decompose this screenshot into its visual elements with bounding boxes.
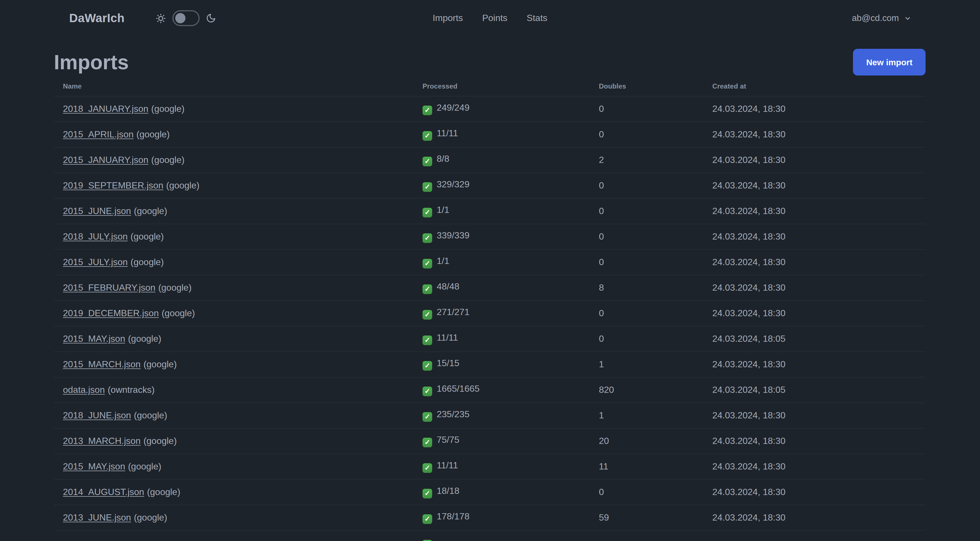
created-at-cell: 24.03.2024, 18:30 [703,352,926,377]
import-file-link[interactable]: 2015_APRIL.json [63,129,134,139]
check-icon: ✓ [423,361,432,371]
check-icon: ✓ [423,131,432,141]
import-file-link[interactable]: 2015_JUNE.json [63,206,131,216]
app-logo[interactable]: DaWarIch [69,11,124,25]
import-source: (google) [166,180,199,190]
check-icon: ✓ [423,157,432,166]
table-row: 2019_SEPTEMBER.json(google) ✓329/329 0 2… [54,173,926,198]
new-import-button[interactable]: New import [853,49,926,75]
import-file-link[interactable]: odata.json [63,385,105,394]
import-file-link[interactable]: 2014_AUGUST.json [63,487,144,497]
processed-count: 48/48 [437,282,460,292]
created-at-cell: 24.03.2024, 18:05 [703,326,926,352]
created-at-cell: 24.03.2024, 18:30 [703,505,926,530]
check-icon: ✓ [423,386,432,396]
doubles-cell: 0 [590,122,703,147]
name-cell: 2015_APRIL.json(google) [54,122,414,147]
import-file-link[interactable]: 2015_JULY.json [63,257,127,267]
processed-count: 15/15 [437,359,460,368]
table-row: 2015_MARCH.json(google) ✓15/15 1 24.03.2… [54,352,926,377]
name-cell: 2018_JUNE.json(google) [54,403,414,428]
created-at-cell: 24.03.2024, 18:30 [703,301,926,326]
table-row: 2014_AUGUST.json(google) ✓18/18 0 24.03.… [54,479,926,505]
doubles-cell: 0 [590,224,703,249]
doubles-cell: 0 [590,198,703,224]
import-file-link[interactable]: 2015_MARCH.json [63,359,141,369]
doubles-cell: 20 [590,428,703,454]
created-at-cell: 24.03.2024, 18:30 [703,147,926,173]
doubles-cell [590,530,703,541]
name-cell: 2015_JANUARY.json(google) [54,147,414,173]
processed-cell: ✓235/235 [414,403,590,428]
import-source: (google) [162,308,195,318]
processed-cell: ✓178/178 [414,505,590,530]
import-file-link[interactable]: 2015_FEBRUARY.json [63,283,155,292]
table-row: ✓ [54,530,926,541]
import-file-link[interactable]: 2013_JUNE.json [63,512,131,522]
name-cell: 2019_DECEMBER.json(google) [54,301,414,326]
name-cell: 2018_JULY.json(google) [54,224,414,249]
doubles-cell: 0 [590,96,703,122]
processed-cell: ✓18/18 [414,479,590,505]
created-at-cell [703,530,926,541]
nav-link-imports[interactable]: Imports [433,13,463,23]
table-row: 2018_JUNE.json(google) ✓235/235 1 24.03.… [54,403,926,428]
user-email: ab@cd.com [852,13,899,23]
import-file-link[interactable]: 2018_JUNE.json [63,410,131,420]
doubles-cell: 0 [590,301,703,326]
created-at-cell: 24.03.2024, 18:05 [703,377,926,403]
check-icon: ✓ [423,463,432,473]
table-row: 2015_JANUARY.json(google) ✓8/8 2 24.03.2… [54,147,926,173]
col-header-created-at: Created at [703,75,926,96]
check-icon: ✓ [423,105,432,115]
table-row: 2019_DECEMBER.json(google) ✓271/271 0 24… [54,301,926,326]
import-source: (google) [130,231,164,241]
processed-count: 329/329 [437,180,469,189]
nav-link-stats[interactable]: Stats [527,13,547,23]
processed-count: 75/75 [437,435,460,445]
processed-count: 11/11 [437,461,458,470]
table-row: 2015_FEBRUARY.json(google) ✓48/48 8 24.0… [54,275,926,301]
table-row: 2015_MAY.json(google) ✓11/11 0 24.03.202… [54,326,926,352]
processed-cell: ✓1665/1665 [414,377,590,403]
name-cell: 2015_JUNE.json(google) [54,198,414,224]
import-source: (google) [151,104,184,113]
table-row: odata.json(owntracks) ✓1665/1665 820 24.… [54,377,926,403]
import-source: (google) [137,129,170,139]
created-at-cell: 24.03.2024, 18:30 [703,249,926,275]
processed-count: 1/1 [437,256,449,266]
processed-count: 271/271 [437,307,469,317]
import-file-link[interactable]: 2018_JANUARY.json [63,104,148,113]
name-cell: 2019_SEPTEMBER.json(google) [54,173,414,198]
processed-count: 339/339 [437,231,469,240]
processed-count: 235/235 [437,410,469,419]
created-at-cell: 24.03.2024, 18:30 [703,403,926,428]
table-row: 2013_MARCH.json(google) ✓75/75 20 24.03.… [54,428,926,454]
import-file-link[interactable]: 2013_MARCH.json [63,436,141,445]
import-file-link[interactable]: 2015_JANUARY.json [63,155,148,164]
import-source: (google) [151,155,184,164]
import-file-link[interactable]: 2019_SEPTEMBER.json [63,180,163,190]
page-title: Imports [54,50,129,74]
table-row: 2015_APRIL.json(google) ✓11/11 0 24.03.2… [54,122,926,147]
import-file-link[interactable]: 2015_MAY.json [63,334,125,343]
check-icon: ✓ [423,335,432,345]
processed-cell: ✓329/329 [414,173,590,198]
user-menu[interactable]: ab@cd.com [852,13,912,23]
doubles-cell: 2 [590,147,703,173]
theme-toggle[interactable] [172,10,199,26]
check-icon: ✓ [423,208,432,217]
import-file-link[interactable]: 2015_MAY.json [63,461,125,471]
processed-count: 178/178 [437,512,469,522]
created-at-cell: 24.03.2024, 18:30 [703,428,926,454]
import-file-link[interactable]: 2018_JULY.json [63,231,127,241]
doubles-cell: 1 [590,403,703,428]
nav-link-points[interactable]: Points [482,13,507,23]
table-row: 2013_JUNE.json(google) ✓178/178 59 24.03… [54,505,926,530]
import-file-link[interactable]: 2019_DECEMBER.json [63,308,159,318]
name-cell: 2015_MAY.json(google) [54,326,414,352]
created-at-cell: 24.03.2024, 18:30 [703,198,926,224]
processed-cell: ✓271/271 [414,301,590,326]
imports-page: Imports New import Name Processed Double… [54,49,926,541]
col-header-processed: Processed [414,75,590,96]
